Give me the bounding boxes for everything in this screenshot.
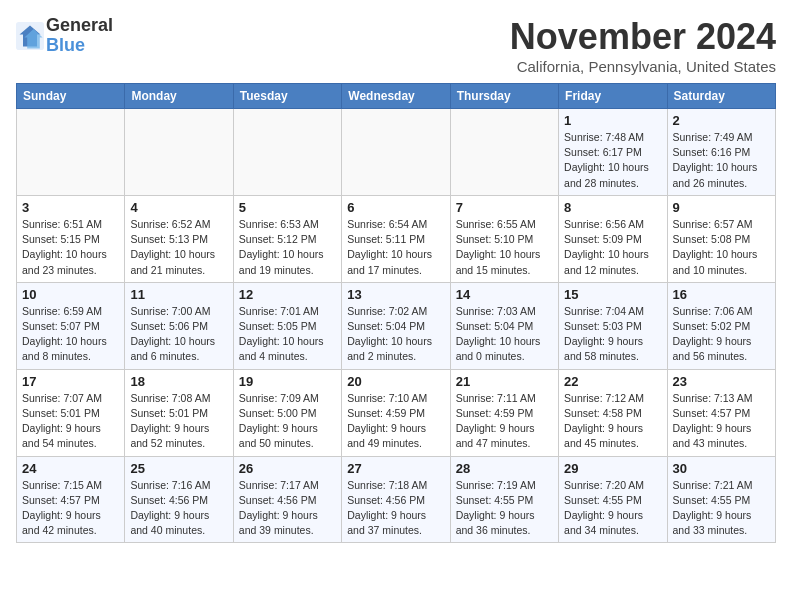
day-number: 26 <box>239 461 336 476</box>
day-number: 5 <box>239 200 336 215</box>
calendar-cell: 11Sunrise: 7:00 AM Sunset: 5:06 PM Dayli… <box>125 282 233 369</box>
day-info: Sunrise: 7:16 AM Sunset: 4:56 PM Dayligh… <box>130 478 227 539</box>
logo: General Blue <box>16 16 113 56</box>
calendar-cell: 28Sunrise: 7:19 AM Sunset: 4:55 PM Dayli… <box>450 456 558 543</box>
day-number: 20 <box>347 374 444 389</box>
calendar-cell: 12Sunrise: 7:01 AM Sunset: 5:05 PM Dayli… <box>233 282 341 369</box>
calendar-cell: 13Sunrise: 7:02 AM Sunset: 5:04 PM Dayli… <box>342 282 450 369</box>
day-number: 23 <box>673 374 770 389</box>
day-info: Sunrise: 7:08 AM Sunset: 5:01 PM Dayligh… <box>130 391 227 452</box>
day-info: Sunrise: 7:19 AM Sunset: 4:55 PM Dayligh… <box>456 478 553 539</box>
day-number: 28 <box>456 461 553 476</box>
day-number: 21 <box>456 374 553 389</box>
calendar-header-saturday: Saturday <box>667 84 775 109</box>
location-subtitle: California, Pennsylvania, United States <box>510 58 776 75</box>
calendar-cell: 20Sunrise: 7:10 AM Sunset: 4:59 PM Dayli… <box>342 369 450 456</box>
calendar-cell <box>342 109 450 196</box>
day-number: 4 <box>130 200 227 215</box>
day-info: Sunrise: 6:54 AM Sunset: 5:11 PM Dayligh… <box>347 217 444 278</box>
calendar-cell: 23Sunrise: 7:13 AM Sunset: 4:57 PM Dayli… <box>667 369 775 456</box>
day-info: Sunrise: 6:51 AM Sunset: 5:15 PM Dayligh… <box>22 217 119 278</box>
day-info: Sunrise: 6:55 AM Sunset: 5:10 PM Dayligh… <box>456 217 553 278</box>
calendar-cell: 1Sunrise: 7:48 AM Sunset: 6:17 PM Daylig… <box>559 109 667 196</box>
calendar-header-friday: Friday <box>559 84 667 109</box>
day-number: 9 <box>673 200 770 215</box>
day-number: 30 <box>673 461 770 476</box>
calendar-cell <box>233 109 341 196</box>
day-info: Sunrise: 7:07 AM Sunset: 5:01 PM Dayligh… <box>22 391 119 452</box>
calendar-cell: 5Sunrise: 6:53 AM Sunset: 5:12 PM Daylig… <box>233 195 341 282</box>
calendar-header-monday: Monday <box>125 84 233 109</box>
day-number: 27 <box>347 461 444 476</box>
day-number: 11 <box>130 287 227 302</box>
calendar-cell: 6Sunrise: 6:54 AM Sunset: 5:11 PM Daylig… <box>342 195 450 282</box>
day-info: Sunrise: 7:12 AM Sunset: 4:58 PM Dayligh… <box>564 391 661 452</box>
day-info: Sunrise: 7:15 AM Sunset: 4:57 PM Dayligh… <box>22 478 119 539</box>
calendar-week-2: 3Sunrise: 6:51 AM Sunset: 5:15 PM Daylig… <box>17 195 776 282</box>
day-info: Sunrise: 7:21 AM Sunset: 4:55 PM Dayligh… <box>673 478 770 539</box>
day-info: Sunrise: 6:59 AM Sunset: 5:07 PM Dayligh… <box>22 304 119 365</box>
day-number: 18 <box>130 374 227 389</box>
day-number: 8 <box>564 200 661 215</box>
calendar-cell: 14Sunrise: 7:03 AM Sunset: 5:04 PM Dayli… <box>450 282 558 369</box>
logo-general-text: General <box>46 15 113 35</box>
day-info: Sunrise: 6:57 AM Sunset: 5:08 PM Dayligh… <box>673 217 770 278</box>
day-info: Sunrise: 7:13 AM Sunset: 4:57 PM Dayligh… <box>673 391 770 452</box>
day-info: Sunrise: 7:09 AM Sunset: 5:00 PM Dayligh… <box>239 391 336 452</box>
calendar-cell: 30Sunrise: 7:21 AM Sunset: 4:55 PM Dayli… <box>667 456 775 543</box>
calendar-table: SundayMondayTuesdayWednesdayThursdayFrid… <box>16 83 776 543</box>
calendar-cell: 22Sunrise: 7:12 AM Sunset: 4:58 PM Dayli… <box>559 369 667 456</box>
calendar-cell: 17Sunrise: 7:07 AM Sunset: 5:01 PM Dayli… <box>17 369 125 456</box>
day-number: 6 <box>347 200 444 215</box>
calendar-week-4: 17Sunrise: 7:07 AM Sunset: 5:01 PM Dayli… <box>17 369 776 456</box>
day-info: Sunrise: 7:49 AM Sunset: 6:16 PM Dayligh… <box>673 130 770 191</box>
calendar-cell: 16Sunrise: 7:06 AM Sunset: 5:02 PM Dayli… <box>667 282 775 369</box>
day-number: 22 <box>564 374 661 389</box>
calendar-week-3: 10Sunrise: 6:59 AM Sunset: 5:07 PM Dayli… <box>17 282 776 369</box>
logo-blue-text: Blue <box>46 35 85 55</box>
calendar-cell <box>125 109 233 196</box>
calendar-week-5: 24Sunrise: 7:15 AM Sunset: 4:57 PM Dayli… <box>17 456 776 543</box>
title-block: November 2024 California, Pennsylvania, … <box>510 16 776 75</box>
day-info: Sunrise: 7:48 AM Sunset: 6:17 PM Dayligh… <box>564 130 661 191</box>
day-info: Sunrise: 7:17 AM Sunset: 4:56 PM Dayligh… <box>239 478 336 539</box>
day-number: 15 <box>564 287 661 302</box>
day-number: 14 <box>456 287 553 302</box>
day-number: 7 <box>456 200 553 215</box>
day-number: 19 <box>239 374 336 389</box>
day-number: 13 <box>347 287 444 302</box>
day-number: 16 <box>673 287 770 302</box>
day-info: Sunrise: 7:04 AM Sunset: 5:03 PM Dayligh… <box>564 304 661 365</box>
day-number: 3 <box>22 200 119 215</box>
calendar-cell: 18Sunrise: 7:08 AM Sunset: 5:01 PM Dayli… <box>125 369 233 456</box>
day-number: 17 <box>22 374 119 389</box>
calendar-header-tuesday: Tuesday <box>233 84 341 109</box>
logo-icon <box>16 22 44 50</box>
page-header: General Blue November 2024 California, P… <box>16 16 776 75</box>
calendar-header-row: SundayMondayTuesdayWednesdayThursdayFrid… <box>17 84 776 109</box>
calendar-week-1: 1Sunrise: 7:48 AM Sunset: 6:17 PM Daylig… <box>17 109 776 196</box>
calendar-cell: 19Sunrise: 7:09 AM Sunset: 5:00 PM Dayli… <box>233 369 341 456</box>
calendar-cell: 7Sunrise: 6:55 AM Sunset: 5:10 PM Daylig… <box>450 195 558 282</box>
day-info: Sunrise: 7:10 AM Sunset: 4:59 PM Dayligh… <box>347 391 444 452</box>
day-info: Sunrise: 7:01 AM Sunset: 5:05 PM Dayligh… <box>239 304 336 365</box>
day-number: 29 <box>564 461 661 476</box>
day-info: Sunrise: 7:02 AM Sunset: 5:04 PM Dayligh… <box>347 304 444 365</box>
calendar-cell: 25Sunrise: 7:16 AM Sunset: 4:56 PM Dayli… <box>125 456 233 543</box>
calendar-cell: 9Sunrise: 6:57 AM Sunset: 5:08 PM Daylig… <box>667 195 775 282</box>
month-title: November 2024 <box>510 16 776 58</box>
calendar-cell: 15Sunrise: 7:04 AM Sunset: 5:03 PM Dayli… <box>559 282 667 369</box>
day-info: Sunrise: 7:20 AM Sunset: 4:55 PM Dayligh… <box>564 478 661 539</box>
calendar-cell: 10Sunrise: 6:59 AM Sunset: 5:07 PM Dayli… <box>17 282 125 369</box>
day-number: 12 <box>239 287 336 302</box>
calendar-cell: 8Sunrise: 6:56 AM Sunset: 5:09 PM Daylig… <box>559 195 667 282</box>
calendar-cell: 26Sunrise: 7:17 AM Sunset: 4:56 PM Dayli… <box>233 456 341 543</box>
day-info: Sunrise: 7:11 AM Sunset: 4:59 PM Dayligh… <box>456 391 553 452</box>
calendar-header-sunday: Sunday <box>17 84 125 109</box>
calendar-header-thursday: Thursday <box>450 84 558 109</box>
calendar-cell: 2Sunrise: 7:49 AM Sunset: 6:16 PM Daylig… <box>667 109 775 196</box>
calendar-cell: 3Sunrise: 6:51 AM Sunset: 5:15 PM Daylig… <box>17 195 125 282</box>
day-info: Sunrise: 7:00 AM Sunset: 5:06 PM Dayligh… <box>130 304 227 365</box>
day-info: Sunrise: 7:03 AM Sunset: 5:04 PM Dayligh… <box>456 304 553 365</box>
calendar-header-wednesday: Wednesday <box>342 84 450 109</box>
